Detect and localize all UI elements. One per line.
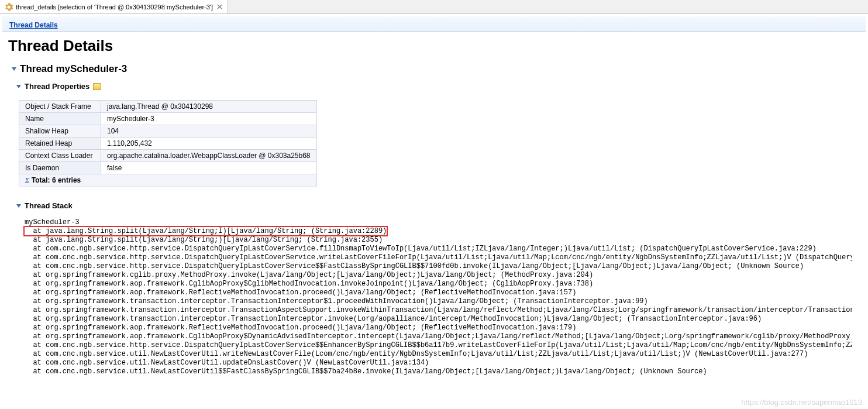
table-row: Object / Stack Framejava.lang.Thread @ 0… (19, 101, 317, 113)
tab-title: thread_details [selection of 'Thread @ 0… (16, 4, 213, 11)
table-footer-row: Σ Total: 6 entries (19, 174, 317, 187)
stack-frame: at org.springframework.transaction.inter… (25, 306, 852, 315)
properties-icon (93, 83, 101, 90)
table-row: Retained Heap1,110,205,432 (19, 138, 317, 150)
close-icon[interactable] (216, 4, 223, 11)
table-row: Shallow Heap104 (19, 125, 317, 138)
stack-frame: at java.lang.String.split(Ljava/lang/Str… (25, 236, 852, 245)
stack-frame: at com.cnc.ngb.service.util.NewLastCover… (25, 350, 852, 359)
stack-section: Thread Stack myScheduler-3 at java.lang.… (12, 191, 860, 380)
thread-section-header[interactable]: Thread myScheduler-3 (12, 63, 860, 78)
thread-section: Thread myScheduler-3 Thread Properties O… (0, 60, 868, 383)
chevron-down-icon (16, 204, 21, 208)
stack-frame: at org.springframework.transaction.inter… (25, 297, 852, 306)
stack-block: myScheduler-3 at java.lang.String.split(… (16, 214, 852, 376)
breadcrumb: Thread Details (2, 16, 866, 32)
property-value: 1,110,205,432 (101, 138, 317, 150)
stack-section-title: Thread Stack (25, 201, 73, 210)
property-value: org.apache.catalina.loader.WebappClassLo… (101, 150, 317, 162)
stack-frame: at org.springframework.aop.framework.Ref… (25, 288, 852, 297)
gear-icon (5, 3, 13, 11)
table-row: NamemyScheduler-3 (19, 113, 317, 125)
property-label: Retained Heap (19, 138, 101, 150)
stack-frame: at org.springframework.cglib.proxy.Metho… (25, 271, 852, 280)
sigma-icon: Σ (25, 176, 29, 184)
stack-frame: at com.cnc.ngb.service.util.NewLastCover… (25, 359, 852, 367)
property-label: Context Class Loader (19, 150, 101, 162)
properties-section-header[interactable]: Thread Properties (16, 82, 852, 94)
stack-trace: myScheduler-3 at java.lang.String.split(… (16, 218, 852, 376)
properties-section: Thread Properties Object / Stack Frameja… (12, 78, 860, 191)
stack-frame: at org.springframework.aop.framework.Cgl… (25, 280, 852, 288)
stack-frame: at com.cnc.ngb.service.http.service.Disp… (25, 253, 852, 262)
property-label: Shallow Heap (19, 125, 101, 138)
properties-table: Object / Stack Framejava.lang.Thread @ 0… (19, 100, 317, 187)
stack-thread-name: myScheduler-3 (25, 218, 852, 227)
property-label: Name (19, 113, 101, 125)
breadcrumb-link[interactable]: Thread Details (9, 21, 58, 29)
stack-frame: at com.cnc.ngb.service.util.NewLastCover… (25, 367, 852, 376)
property-value: 104 (101, 125, 317, 138)
stack-frame: at org.springframework.transaction.inter… (25, 315, 852, 324)
stack-frame: at org.springframework.aop.framework.Cgl… (25, 332, 852, 341)
property-value: myScheduler-3 (101, 113, 317, 125)
table-row: Context Class Loaderorg.apache.catalina.… (19, 150, 317, 162)
property-label: Is Daemon (19, 162, 101, 174)
highlighted-frame: at java.lang.String.split(Ljava/lang/Str… (25, 227, 387, 235)
content-area: Thread Details Thread Details Thread myS… (0, 16, 868, 383)
chevron-down-icon (12, 67, 16, 71)
stack-frame: at com.cnc.ngb.service.http.service.Disp… (25, 341, 852, 350)
table-row: Is Daemonfalse (19, 162, 317, 174)
properties-section-title: Thread Properties (25, 82, 89, 91)
page-title: Thread Details (0, 32, 868, 60)
stack-frame: at com.cnc.ngb.service.http.service.Disp… (25, 245, 852, 253)
thread-section-title: Thread myScheduler-3 (20, 63, 127, 75)
property-label: Object / Stack Frame (19, 101, 101, 113)
property-value: false (101, 162, 317, 174)
tab-bar: thread_details [selection of 'Thread @ 0… (0, 0, 868, 14)
stack-section-header[interactable]: Thread Stack (16, 201, 852, 214)
chevron-down-icon (16, 85, 21, 88)
stack-frame: at java.lang.String.split(Ljava/lang/Str… (25, 227, 852, 236)
table-footer-text: Total: 6 entries (32, 176, 81, 184)
stack-frame: at org.springframework.aop.framework.Ref… (25, 324, 852, 332)
stack-frame: at com.cnc.ngb.service.http.service.Disp… (25, 262, 852, 271)
property-value: java.lang.Thread @ 0x304130298 (101, 101, 317, 113)
editor-tab[interactable]: thread_details [selection of 'Thread @ 0… (0, 0, 228, 13)
